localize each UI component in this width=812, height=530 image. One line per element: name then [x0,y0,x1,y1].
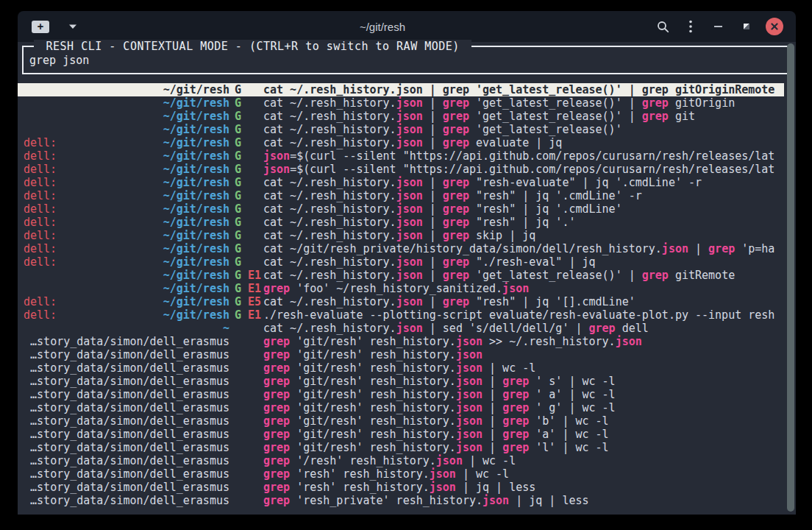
history-row[interactable]: …story_data/simon/dell_erasmusgrep 'git/… [18,414,784,428]
match-highlight: grep [443,216,469,229]
history-row[interactable]: dell:~/git/reshGcat ~/.resh_history.json… [18,176,784,189]
match-highlight: json [396,216,423,229]
command-segment: 'git/resh' resh_history. [290,388,456,401]
host-label: dell: [24,295,57,308]
new-tab-button[interactable]: + [29,15,51,38]
minimize-button[interactable] [708,15,730,38]
match-highlight: json [396,322,423,335]
directory-label: …story_data/simon/dell_erasmus [30,388,229,401]
history-row[interactable]: dell:~/git/reshGcat ~/.resh_history.json… [18,202,784,216]
host-dir-column: …story_data/simon/dell_erasmus [24,401,229,414]
match-highlight: grep [263,481,290,494]
flags-column: G [229,149,263,163]
host-dir-column: …story_data/simon/dell_erasmus [24,441,229,454]
flag-g: G [235,242,241,255]
history-row[interactable]: dell:~/git/reshGjson=$(curl --silent "ht… [18,163,784,176]
history-row[interactable]: dell:~/git/reshGE1./resh-evaluate --plot… [18,308,784,322]
history-row[interactable]: dell:~/git/reshGcat ~/git/resh_private/h… [18,242,784,255]
directory-label: ~/git/resh [163,242,229,255]
command-segment: 'git/resh' resh_history. [290,335,456,348]
host-dir-column: dell:~/git/resh [24,136,229,149]
history-row[interactable]: ~/git/reshGcat ~/.resh_history.json | gr… [18,83,784,96]
match-highlight: json [456,361,482,375]
command-segment: | [423,176,443,189]
scrollbar[interactable] [787,43,794,512]
host-dir-column: ~ [24,322,229,335]
history-row[interactable]: …story_data/simon/dell_erasmusgrep 'git/… [18,375,784,388]
history-row[interactable]: …story_data/simon/dell_erasmusgrep 'git/… [18,401,784,414]
command-text: grep 'git/resh' resh_history.json | grep… [263,414,784,428]
history-row[interactable]: dell:~/git/reshGcat ~/.resh_history.json… [18,136,784,149]
command-segment: gitOrigin [669,96,735,110]
command-segment: cat ~/.resh_history. [263,176,396,189]
match-highlight: json [456,375,482,388]
flags-column [229,441,263,454]
host-dir-column: dell:~/git/resh [24,163,229,176]
directory-label: …story_data/simon/dell_erasmus [30,494,229,507]
history-row[interactable]: …story_data/simon/dell_erasmusgrep '/res… [18,454,784,467]
history-row[interactable]: ~/git/reshGE1grep 'foo' ~/resh_history_s… [18,282,784,295]
match-highlight: grep [589,322,616,335]
search-button[interactable] [652,15,674,38]
directory-label: …story_data/simon/dell_erasmus [30,414,229,428]
match-highlight: json [456,428,482,441]
history-row[interactable]: dell:~/git/reshGcat ~/.resh_history.json… [18,255,784,269]
flags-column [229,361,263,375]
history-row[interactable]: …story_data/simon/dell_erasmusgrep 'git/… [18,348,784,361]
directory-label: …story_data/simon/dell_erasmus [30,401,229,414]
flags-column: G [229,229,263,242]
command-segment: 'git/resh' resh_history. [290,401,456,414]
new-tab-icon: + [32,21,49,33]
close-button[interactable] [763,15,786,38]
match-highlight: grep [443,202,469,216]
history-row[interactable]: dell:~/git/reshGjson=$(curl --silent "ht… [18,149,784,163]
command-text: cat ~/.resh_history.json | grep "resh-ev… [263,176,784,189]
tab-dropdown-button[interactable] [62,15,84,38]
flags-column [229,454,263,467]
history-row[interactable]: …story_data/simon/dell_erasmusgrep 'resh… [18,467,784,481]
history-row[interactable]: …story_data/simon/dell_erasmusgrep 'resh… [18,494,784,507]
flags-column: G [229,255,263,269]
flags-column [229,494,263,507]
history-row[interactable]: …story_data/simon/dell_erasmusgrep 'git/… [18,361,784,375]
command-segment: | wc -l [482,361,535,375]
history-row[interactable]: ~/git/reshGcat ~/.resh_history.json | gr… [18,96,784,110]
command-segment: 'get_latest_release()' | [469,110,642,123]
history-row[interactable]: …story_data/simon/dell_erasmusgrep 'resh… [18,481,784,494]
menu-button[interactable] [680,15,702,38]
command-segment: | [423,110,443,123]
match-highlight: grep [502,388,529,401]
directory-label: ~/git/resh [163,189,229,202]
flag-e5: E5 [248,295,261,308]
history-row[interactable]: ~cat ~/.resh_history.json | sed 's/dell/… [18,322,784,335]
flag-g: G [235,229,241,242]
history-row[interactable]: ~/git/reshGE1cat ~/.resh_history.json | … [18,269,784,282]
history-row[interactable]: dell:~/git/reshGcat ~/.resh_history.json… [18,216,784,229]
host-dir-column: dell:~/git/resh [24,255,229,269]
match-highlight: json [456,401,482,414]
window-title: ~/git/resh [143,21,622,33]
host-label: dell: [24,189,57,202]
flags-column [229,481,263,494]
match-highlight: grep [263,375,290,388]
history-row[interactable]: …story_data/simon/dell_erasmusgrep 'git/… [18,441,784,454]
history-row[interactable]: dell:~/git/reshGE5cat ~/.resh_history.js… [18,295,784,308]
history-row[interactable]: …story_data/simon/dell_erasmusgrep 'git/… [18,428,784,441]
match-highlight: grep [443,123,469,136]
history-row[interactable]: ~/git/reshGcat ~/.resh_history.json | gr… [18,110,784,123]
command-text: cat ~/.resh_history.json | grep "resh" |… [263,295,784,308]
match-highlight: json [263,163,290,176]
restore-button[interactable] [736,15,758,38]
match-highlight: grep [263,414,290,428]
flags-column [229,388,263,401]
match-highlight: grep [263,494,290,507]
history-row[interactable]: …story_data/simon/dell_erasmusgrep 'git/… [18,335,784,348]
history-row[interactable]: ~/git/reshGcat ~/.resh_history.json | gr… [18,123,784,136]
history-row[interactable]: …story_data/simon/dell_erasmusgrep 'git/… [18,388,784,401]
match-highlight: json [616,335,642,348]
history-row[interactable]: dell:~/git/reshGcat ~/.resh_history.json… [18,189,784,202]
flag-e1: E1 [248,269,261,282]
command-segment: ./resh-evaluate --plotting-script evalua… [263,308,774,322]
command-text: grep 'resh' resh_history.json | jq | les… [263,481,784,494]
history-row[interactable]: dell:~/git/reshGcat ~/.resh_history.json… [18,229,784,242]
